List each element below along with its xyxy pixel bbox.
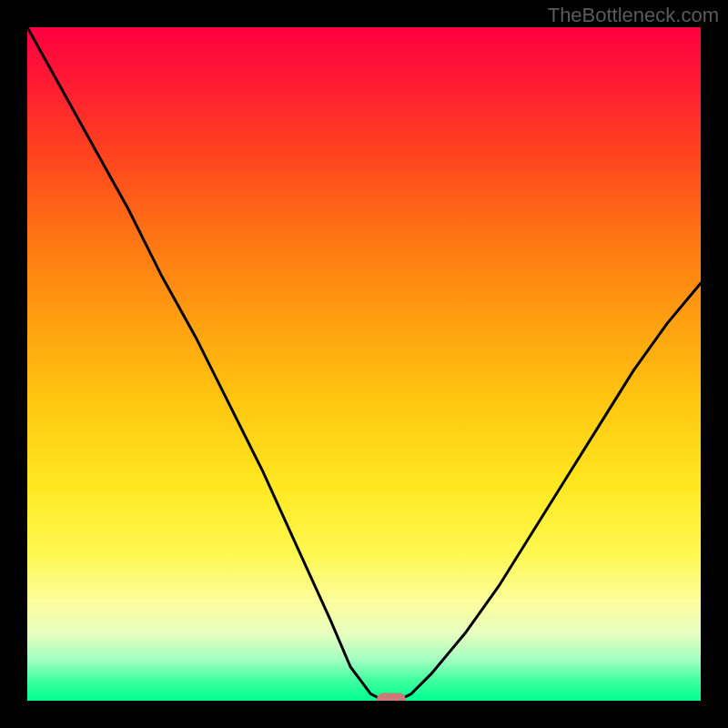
watermark-text: TheBottleneck.com <box>548 4 719 27</box>
plot-area <box>27 27 701 701</box>
optimal-point-marker <box>377 693 406 701</box>
bottleneck-curve <box>27 27 701 701</box>
